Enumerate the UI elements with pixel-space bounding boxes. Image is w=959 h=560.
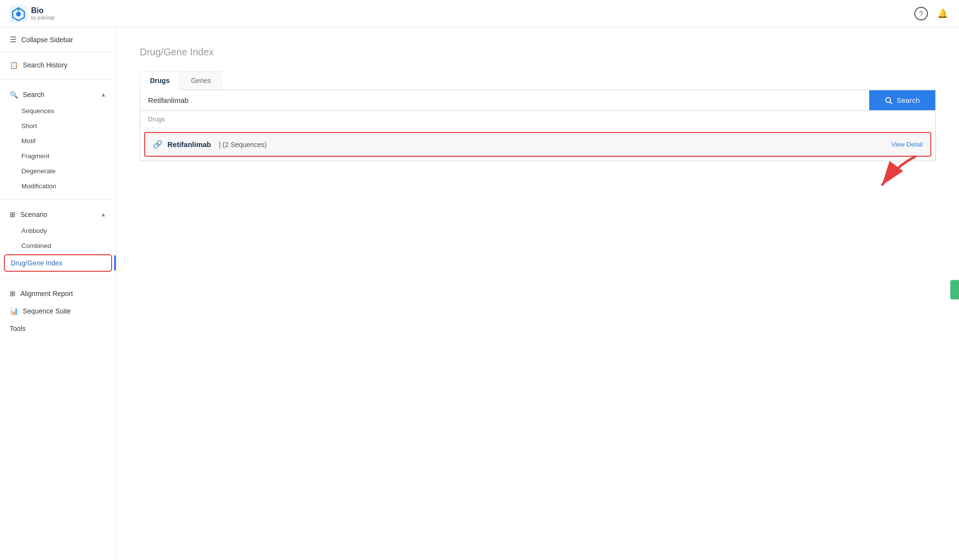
help-button[interactable]: ?	[914, 7, 928, 20]
sidebar-item-short[interactable]: Short	[0, 118, 116, 133]
collapse-sidebar-button[interactable]: ☰ Collapse Sidebar	[0, 27, 116, 52]
search-history-label: Search History	[23, 61, 67, 69]
result-item-left: 🔗 Retifanlimab | (2 Sequences)	[153, 140, 267, 149]
alignment-report-icon: ⊞	[10, 290, 16, 297]
active-bar	[114, 255, 116, 271]
tools-label: Tools	[10, 325, 26, 332]
sidebar-item-motif[interactable]: Motif	[0, 133, 116, 148]
motif-label: Motif	[21, 137, 35, 145]
notification-button[interactable]: 🔔	[936, 7, 949, 20]
floating-sidebar-handle[interactable]	[950, 280, 959, 299]
red-arrow-annotation	[867, 151, 926, 200]
svg-line-5	[890, 102, 892, 104]
scenario-icon: ⊞	[10, 211, 16, 218]
dropdown-section-label: Drugs	[140, 111, 935, 128]
drug-name: Retifanlimab	[167, 140, 211, 148]
sequence-suite-icon: 📊	[10, 307, 18, 315]
sidebar-item-drug-gene-index[interactable]: Drug/Gene Index	[4, 254, 112, 272]
scenario-chevron-icon: ▲	[100, 211, 106, 218]
divider-1	[0, 80, 116, 80]
scenario-label: Scenario	[20, 211, 47, 218]
svg-point-3	[17, 8, 20, 11]
sidebar-section-search: 🔍 Search ▲ Sequences Short Motif Fragmen…	[0, 82, 116, 198]
logo: Bio by patsnap	[10, 5, 55, 22]
sidebar-item-fragment[interactable]: Fragment	[0, 148, 116, 164]
history-icon: 📋	[10, 61, 18, 69]
sidebar-item-search-history[interactable]: 📋 Search History	[0, 56, 116, 74]
sidebar-item-combined[interactable]: Combined	[0, 238, 116, 253]
svg-point-2	[16, 12, 21, 16]
logo-text: Bio by patsnap	[31, 6, 55, 20]
combined-label: Combined	[21, 242, 51, 249]
tab-drugs[interactable]: Drugs	[140, 71, 180, 90]
sequences-count: | (2 Sequences)	[219, 141, 267, 148]
sidebar-item-antibody[interactable]: Antibody	[0, 223, 116, 238]
content-area: Drug/Gene Index Drugs Genes Search Dru	[116, 27, 959, 560]
sequences-label: Sequences	[21, 107, 54, 115]
antibody-label: Antibody	[21, 227, 47, 234]
result-item-retifanlimab[interactable]: 🔗 Retifanlimab | (2 Sequences) View Deta…	[144, 132, 931, 157]
page-title: Drug/Gene Index	[140, 47, 936, 58]
tab-genes[interactable]: Genes	[181, 71, 221, 89]
drug-icon: 🔗	[153, 140, 163, 149]
dropdown-result: Drugs 🔗 Retifanlimab | (2 Sequences) Vie…	[140, 111, 936, 161]
short-label: Short	[21, 122, 37, 130]
header: Bio by patsnap ? 🔔	[0, 0, 959, 27]
sidebar-section-tools: ⊞ Alignment Report 📊 Sequence Suite Tool…	[0, 281, 116, 341]
fragment-label: Fragment	[21, 152, 50, 160]
tab-bar: Drugs Genes	[140, 71, 936, 90]
bell-icon: 🔔	[937, 8, 948, 19]
degenerate-label: Degenerate	[21, 167, 56, 175]
header-actions: ? 🔔	[914, 7, 949, 20]
collapse-icon: ☰	[10, 35, 17, 44]
divider-3	[0, 279, 116, 279]
sidebar-item-sequences[interactable]: Sequences	[0, 103, 116, 118]
logo-bio-label: Bio	[31, 6, 55, 15]
divider-2	[0, 199, 116, 200]
logo-icon	[10, 5, 27, 22]
sidebar-item-search[interactable]: 🔍 Search ▲	[0, 86, 116, 103]
search-button[interactable]: Search	[869, 90, 935, 110]
search-button-label: Search	[896, 96, 920, 104]
search-nav-icon: 🔍	[10, 91, 18, 99]
search-button-icon	[885, 97, 893, 104]
sidebar-item-degenerate[interactable]: Degenerate	[0, 164, 116, 179]
modification-label: Modification	[21, 182, 56, 190]
sidebar-item-scenario[interactable]: ⊞ Scenario ▲	[0, 206, 116, 223]
drug-gene-index-label: Drug/Gene Index	[11, 259, 63, 267]
sidebar-item-modification[interactable]: Modification	[0, 179, 116, 194]
search-bar-container: Search	[140, 90, 936, 111]
question-mark-icon: ?	[919, 10, 923, 17]
collapse-sidebar-label: Collapse Sidebar	[21, 36, 73, 44]
sidebar-item-alignment-report[interactable]: ⊞ Alignment Report	[0, 285, 116, 302]
view-detail-link[interactable]: View Detail	[891, 141, 923, 148]
search-chevron-icon: ▲	[100, 91, 106, 98]
sidebar-item-tools: Tools	[0, 320, 116, 337]
logo-byline-label: by patsnap	[31, 15, 55, 20]
sidebar: ☰ Collapse Sidebar 📋 Search History 🔍 Se…	[0, 27, 116, 560]
sidebar-section-history: 📋 Search History	[0, 52, 116, 78]
sequence-suite-label: Sequence Suite	[23, 307, 71, 315]
search-nav-label: Search	[23, 91, 44, 99]
alignment-report-label: Alignment Report	[20, 290, 73, 297]
sidebar-item-sequence-suite[interactable]: 📊 Sequence Suite	[0, 302, 116, 320]
main-layout: ☰ Collapse Sidebar 📋 Search History 🔍 Se…	[0, 27, 959, 560]
search-input[interactable]	[140, 90, 869, 110]
sidebar-section-scenario: ⊞ Scenario ▲ Antibody Combined Drug/Gene…	[0, 202, 116, 277]
